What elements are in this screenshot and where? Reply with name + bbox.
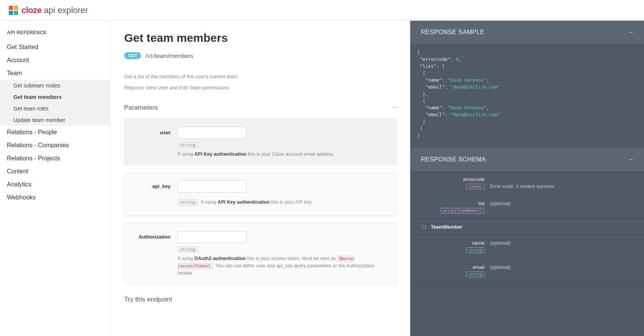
sidebar-heading: API REFERENCE	[0, 27, 110, 41]
try-endpoint-heading: Try this endpoint	[124, 296, 396, 303]
collapse-icon[interactable]: −	[392, 104, 396, 112]
schema-errorcode: errorcode number Error code. 0 means suc…	[410, 171, 644, 195]
param-user: user string If using API Key authenticat…	[124, 119, 396, 165]
response-sample-header[interactable]: RESPONSE SAMPLE −	[410, 21, 644, 44]
param-auth-input[interactable]	[177, 231, 246, 243]
param-api-key-label: api_key	[132, 180, 171, 209]
schema-list: list array[TeamMember] (optional)	[410, 195, 644, 219]
parameters-header: Parameters −	[124, 104, 396, 112]
param-auth-label: Authorization	[132, 231, 171, 277]
param-api-key-input[interactable]	[177, 180, 246, 193]
nav-relations-projects[interactable]: Relations - Projects	[0, 152, 110, 165]
schema-name-field: name string (optional)	[410, 235, 644, 259]
nav-team-sub: Get subteam nodes Get team members Get t…	[0, 80, 110, 126]
cloze-logo-icon	[8, 5, 19, 16]
svg-rect-0	[9, 6, 13, 10]
nav-webhooks[interactable]: Webhooks	[0, 191, 110, 204]
nav-relations-people[interactable]: Relations - People	[0, 126, 110, 139]
param-api-key: api_key string If using API Key authenti…	[124, 172, 396, 216]
svg-rect-2	[9, 11, 13, 15]
endpoint-desc-2: Requires View User and Edit Team permiss…	[124, 85, 396, 91]
brand-name: cloze	[21, 5, 42, 15]
response-schema-title: RESPONSE SCHEMA	[421, 156, 486, 163]
logo[interactable]: cloze api explorer	[8, 5, 88, 16]
nav-analytics[interactable]: Analytics	[0, 178, 110, 191]
braces-icon: {}	[421, 224, 427, 230]
param-authorization: Authorization string If using OAuth2 aut…	[124, 223, 396, 284]
nav-sub-get-team-roles[interactable]: Get team roles	[0, 103, 110, 114]
svg-rect-1	[14, 6, 18, 10]
app-header: cloze api explorer	[0, 0, 644, 21]
response-sample-code: { "errorcode": 0, "list": [ { "name": "D…	[410, 44, 644, 148]
nav-sub-get-subteam-nodes[interactable]: Get subteam nodes	[0, 80, 110, 91]
sidebar: API REFERENCE Get Started Account Team G…	[0, 21, 110, 336]
minus-icon[interactable]: −	[629, 156, 633, 163]
endpoint-desc-1: Get a list of the members of the user's …	[124, 74, 396, 79]
nav-account[interactable]: Account	[0, 54, 110, 67]
nav-sub-update-team-member[interactable]: Update team member	[0, 114, 110, 126]
response-sample-title: RESPONSE SAMPLE	[421, 29, 485, 36]
param-user-label: user	[132, 127, 171, 158]
nav-content[interactable]: Content	[0, 165, 110, 178]
main-content: Get team members GET /v1/team/members Ge…	[110, 21, 410, 336]
brand-sub: api explorer	[44, 5, 88, 15]
parameters-title: Parameters	[124, 104, 158, 112]
param-auth-desc: If using OAuth2 authentication this is y…	[177, 255, 388, 277]
method-badge: GET	[124, 52, 141, 59]
endpoint-path: /v1/team/members	[146, 53, 193, 59]
param-user-input[interactable]	[177, 127, 246, 139]
right-panel: RESPONSE SAMPLE − { "errorcode": 0, "lis…	[410, 21, 644, 336]
param-api-key-desc: string If using API Key authentication t…	[177, 196, 388, 209]
page-title: Get team members	[124, 31, 396, 44]
svg-rect-3	[14, 11, 18, 15]
nav-relations-companies[interactable]: Relations - Companies	[0, 139, 110, 152]
param-user-desc: If using API Key authentication this is …	[177, 151, 388, 158]
endpoint-row: GET /v1/team/members	[124, 52, 396, 59]
schema-email-field: email string (optional)	[410, 259, 644, 283]
nav-get-started[interactable]: Get Started	[0, 41, 110, 54]
schema-teammember[interactable]: {}TeamMember	[410, 219, 644, 235]
param-user-type: string	[177, 142, 198, 148]
nav-team[interactable]: Team	[0, 67, 110, 80]
nav-sub-get-team-members[interactable]: Get team members	[0, 91, 110, 103]
response-schema-header[interactable]: RESPONSE SCHEMA −	[410, 148, 644, 171]
minus-icon[interactable]: −	[629, 28, 633, 36]
param-auth-type: string	[177, 246, 198, 253]
